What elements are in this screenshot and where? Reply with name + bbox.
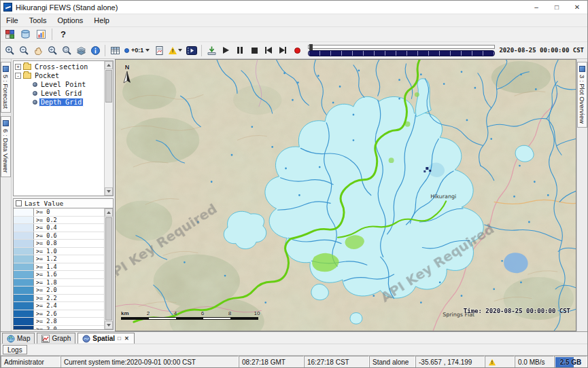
legend-row[interactable]: >= 2.2 <box>14 295 104 303</box>
legend-row[interactable]: >= 1.2 <box>14 255 104 263</box>
menu-options[interactable]: Options <box>52 14 88 27</box>
warnings-button[interactable] <box>167 43 184 57</box>
export-animation-button[interactable] <box>205 43 218 57</box>
tree-expander-icon[interactable]: + <box>15 64 21 70</box>
tree-row-level-point[interactable]: Level Point <box>15 80 103 89</box>
scale-tick: 8 <box>228 310 231 316</box>
step-back-button[interactable] <box>262 43 275 57</box>
dock-tab-data-viewer[interactable]: 6 : Data Viewer <box>1 116 11 177</box>
legend-row[interactable]: >= 1.0 <box>14 248 104 256</box>
zoom-in-button[interactable] <box>3 43 16 57</box>
pan-hand-icon <box>33 45 44 56</box>
stop-button[interactable] <box>247 43 261 57</box>
timeline-slider[interactable] <box>308 45 495 56</box>
tab-graph[interactable]: Graph <box>37 333 75 344</box>
scroll-up-button[interactable] <box>105 208 113 217</box>
chevron-down-icon <box>145 49 150 52</box>
scrollbar-thumb[interactable] <box>105 217 112 320</box>
node-dot-icon <box>33 100 37 105</box>
chart-display-button[interactable] <box>34 28 48 41</box>
scroll-down-button[interactable] <box>105 321 113 329</box>
tree-row-level-grid[interactable]: Level Grid <box>15 89 103 98</box>
legend-row[interactable]: >= 2.6 <box>14 310 104 318</box>
tree-label[interactable]: Level Grid <box>39 90 83 97</box>
tree-expander-icon[interactable]: - <box>15 73 21 79</box>
tab-spatial[interactable]: Spatial □ ✕ <box>77 333 134 344</box>
grid-icon <box>110 45 120 56</box>
grid-display-button[interactable] <box>108 43 122 57</box>
time-interval-selector[interactable]: +0:1 <box>122 43 152 57</box>
legend-row[interactable]: >= 0.8 <box>14 240 104 248</box>
minimize-button[interactable]: – <box>526 1 547 14</box>
legend-scrollbar[interactable] <box>104 208 113 329</box>
menu-help[interactable]: Help <box>88 14 115 27</box>
toolbar-separator <box>105 45 105 56</box>
legend-row[interactable]: >= 0 <box>14 208 104 217</box>
dock-tab-plot-overview[interactable]: 3 : Plot Overview <box>577 62 587 128</box>
last-value-checkbox[interactable] <box>16 200 22 206</box>
legend-row[interactable]: >= 1.6 <box>14 271 104 279</box>
legend-label: >= 0.2 <box>34 217 57 224</box>
info-button[interactable] <box>88 43 102 57</box>
zoom-out-button[interactable] <box>17 43 31 57</box>
tree-label[interactable]: Cross-section <box>33 63 89 71</box>
step-forward-button[interactable] <box>276 43 290 57</box>
status-alerts[interactable] <box>485 356 515 368</box>
arrow-down-icon <box>107 324 111 327</box>
legend-swatch <box>14 287 34 294</box>
record-button[interactable] <box>290 43 304 57</box>
close-button[interactable]: ✕ <box>567 1 587 14</box>
folder-icon <box>23 73 31 79</box>
status-memory: 2.5 GB <box>554 356 587 368</box>
tree-label-selected[interactable]: Depth Grid <box>39 98 83 106</box>
legend-row[interactable]: >= 1.4 <box>14 263 104 272</box>
info-icon <box>90 45 101 56</box>
legend-row[interactable]: >= 3.0 <box>14 326 104 331</box>
tree-label[interactable]: Level Point <box>39 81 87 88</box>
legend-row[interactable]: >= 0.2 <box>14 217 104 225</box>
animation-button[interactable] <box>185 43 198 57</box>
legend-row[interactable]: >= 2.0 <box>14 287 104 295</box>
layers-button[interactable] <box>74 43 88 57</box>
legend-row[interactable]: >= 0.6 <box>14 232 104 240</box>
map-canvas[interactable]: Hikurangi Springs Flat API Key Required … <box>115 59 576 331</box>
menu-tools[interactable]: Tools <box>24 14 52 27</box>
pan-button[interactable] <box>31 43 45 57</box>
zoom-previous-button[interactable] <box>46 43 59 57</box>
dock-tab-forecast[interactable]: 5 : Forecast <box>1 62 11 113</box>
logs-button[interactable]: Logs <box>3 345 27 354</box>
explorer-button[interactable] <box>3 28 16 41</box>
map-time-label: Time: 2020-08-25 00:00:00 CST <box>464 308 570 314</box>
scroll-down-button[interactable] <box>105 187 113 196</box>
tree-row-depth-grid[interactable]: Depth Grid <box>15 98 103 107</box>
tree-label[interactable]: Pocket <box>33 72 60 79</box>
tree-row-pocket[interactable]: - Pocket <box>15 71 103 80</box>
scale-unit: km <box>121 310 129 316</box>
play-button[interactable] <box>219 43 232 57</box>
zoom-extent-button[interactable] <box>60 43 73 57</box>
undock-icon[interactable]: □ <box>117 335 122 342</box>
tree-row-cross-section[interactable]: + Cross-section <box>15 62 103 71</box>
tree-scrollbar[interactable] <box>104 61 113 196</box>
tab-map[interactable]: Map <box>2 333 35 344</box>
legend-swatch <box>14 240 34 247</box>
close-tab-icon[interactable]: ✕ <box>124 335 130 342</box>
legend-row[interactable]: >= 1.8 <box>14 279 104 287</box>
legend-row[interactable]: >= 2.4 <box>14 302 104 310</box>
profile-display-button[interactable] <box>152 43 166 57</box>
status-user: Administrator <box>1 356 60 368</box>
timeline-thumb[interactable] <box>309 44 313 50</box>
pause-button[interactable] <box>233 43 247 57</box>
timeline-bar[interactable] <box>308 50 495 56</box>
maximize-button[interactable]: □ <box>547 1 567 14</box>
legend-swatch <box>14 224 34 232</box>
help-button[interactable]: ? <box>56 28 70 41</box>
scrollbar-thumb[interactable] <box>105 70 112 103</box>
legend-label: >= 1.8 <box>34 279 57 287</box>
database-viewer-button[interactable] <box>18 28 32 41</box>
menu-file[interactable]: File <box>1 14 24 27</box>
legend-row[interactable]: >= 2.8 <box>14 318 104 326</box>
legend-row[interactable]: >= 0.4 <box>14 224 104 232</box>
timeline-track[interactable] <box>308 45 495 49</box>
scroll-up-button[interactable] <box>105 61 113 69</box>
